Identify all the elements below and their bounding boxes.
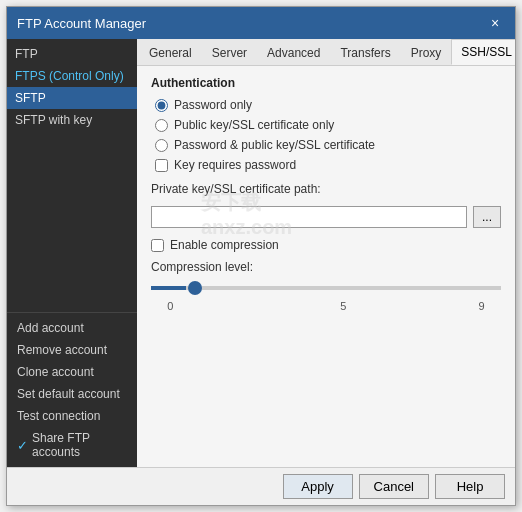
auth-section-label: Authentication [151, 76, 501, 90]
close-button[interactable]: × [485, 13, 505, 33]
cancel-button[interactable]: Cancel [359, 474, 429, 499]
remove-account-button[interactable]: Remove account [7, 339, 137, 361]
slider-track [151, 278, 501, 298]
sidebar-buttons: Add account Remove account Clone account… [7, 312, 137, 467]
dialog-footer: Apply Cancel Help [7, 467, 515, 505]
share-ftp-accounts-button[interactable]: ✓ Share FTP accounts [7, 427, 137, 463]
main-content: General Server Advanced Transfers Proxy … [137, 39, 515, 467]
cert-path-row: Private key/SSL certificate path: [151, 182, 501, 196]
slider-tick-5: 5 [326, 300, 361, 312]
enable-compression-row[interactable]: Enable compression [151, 238, 501, 252]
auth-option-key-requires-password[interactable]: Key requires password [155, 158, 501, 172]
help-button[interactable]: Help [435, 474, 505, 499]
slider-tick-4 [291, 300, 326, 312]
dialog-body-wrapper: FTP FTPS (Control Only) SFTP SFTP with k… [7, 39, 515, 467]
slider-container: 0 5 9 [151, 278, 501, 312]
slider-tick-8 [430, 300, 465, 312]
cert-path-label: Private key/SSL certificate path: [151, 182, 321, 196]
auth-option-pubkey-only[interactable]: Public key/SSL certificate only [155, 118, 501, 132]
slider-tick-2 [222, 300, 257, 312]
title-bar: FTP Account Manager × [7, 7, 515, 39]
tabs-bar: General Server Advanced Transfers Proxy … [137, 39, 515, 66]
slider-tick-3 [257, 300, 292, 312]
content-area: Authentication Password only Public key/… [137, 66, 515, 467]
tab-advanced[interactable]: Advanced [257, 40, 330, 65]
clone-account-button[interactable]: Clone account [7, 361, 137, 383]
auth-option-password-pubkey[interactable]: Password & public key/SSL certificate [155, 138, 501, 152]
sidebar-item-sftp-key[interactable]: SFTP with key [7, 109, 137, 131]
auth-radio-password-pubkey[interactable] [155, 139, 168, 152]
slider-tick-1 [188, 300, 223, 312]
cert-path-input[interactable] [151, 206, 467, 228]
slider-tick-0: 0 [153, 300, 188, 312]
sidebar-item-ftps[interactable]: FTPS (Control Only) [7, 65, 137, 87]
sidebar-item-ftp[interactable]: FTP [7, 43, 137, 65]
auth-radio-group: Password only Public key/SSL certificate… [155, 98, 501, 172]
test-connection-button[interactable]: Test connection [7, 405, 137, 427]
slider-section: Compression level: 0 5 [151, 260, 501, 312]
slider-ticks: 0 5 9 [151, 300, 501, 312]
compression-section: Enable compression Compression level: 0 [151, 238, 501, 312]
slider-tick-6 [361, 300, 396, 312]
slider-tick-7 [395, 300, 430, 312]
auth-option-password-only[interactable]: Password only [155, 98, 501, 112]
slider-tick-9: 9 [464, 300, 499, 312]
set-default-account-button[interactable]: Set default account [7, 383, 137, 405]
apply-button[interactable]: Apply [283, 474, 353, 499]
cert-path-input-row: ... [151, 206, 501, 228]
auth-radio-password-only[interactable] [155, 99, 168, 112]
tab-proxy[interactable]: Proxy [401, 40, 452, 65]
compression-level-label: Compression level: [151, 260, 501, 274]
ftp-account-manager-dialog: FTP Account Manager × FTP FTPS (Control … [6, 6, 516, 506]
auth-checkbox-key-requires-password[interactable] [155, 159, 168, 172]
add-account-button[interactable]: Add account [7, 317, 137, 339]
auth-radio-pubkey-only[interactable] [155, 119, 168, 132]
tab-server[interactable]: Server [202, 40, 257, 65]
tab-sshssl[interactable]: SSH/SSL [451, 39, 515, 65]
compression-level-slider[interactable] [151, 286, 501, 290]
tab-general[interactable]: General [139, 40, 202, 65]
dialog-title: FTP Account Manager [17, 16, 146, 31]
browse-button[interactable]: ... [473, 206, 501, 228]
check-mark-icon: ✓ [17, 438, 28, 453]
enable-compression-checkbox[interactable] [151, 239, 164, 252]
sidebar-item-sftp[interactable]: SFTP [7, 87, 137, 109]
tab-transfers[interactable]: Transfers [330, 40, 400, 65]
sidebar: FTP FTPS (Control Only) SFTP SFTP with k… [7, 39, 137, 467]
